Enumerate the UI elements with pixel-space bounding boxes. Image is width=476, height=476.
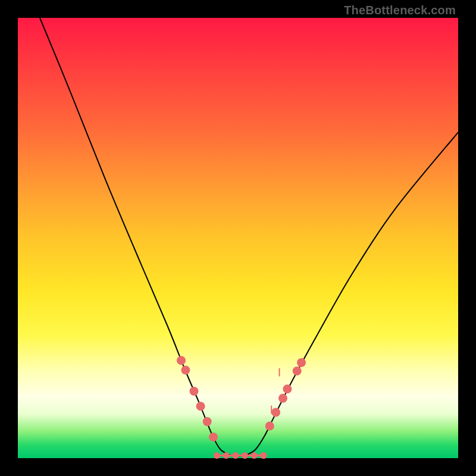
bottom-bead [232, 452, 239, 459]
bottom-bead [242, 452, 248, 459]
right-bead [271, 408, 280, 417]
curve-markers [177, 356, 306, 459]
bottom-bead [260, 452, 267, 459]
bottleneck-curve [40, 18, 458, 456]
right-bead [293, 367, 302, 375]
left-bead [196, 402, 205, 411]
right-bead [278, 394, 287, 403]
bottom-bead [223, 452, 230, 459]
right-bead [283, 384, 292, 393]
chart-svg [18, 18, 458, 458]
bottom-bead [214, 452, 220, 459]
left-bead [190, 387, 199, 396]
right-bead [265, 421, 274, 430]
left-bead [209, 433, 218, 441]
bottom-bead [251, 452, 258, 459]
left-bead [177, 356, 186, 365]
attribution-label: TheBottleneck.com [344, 4, 456, 17]
left-bead [203, 417, 212, 426]
chart-frame: TheBottleneck.com [0, 0, 476, 476]
right-bead [297, 358, 306, 367]
chart-plot-area [18, 18, 458, 458]
left-bead [181, 366, 190, 375]
